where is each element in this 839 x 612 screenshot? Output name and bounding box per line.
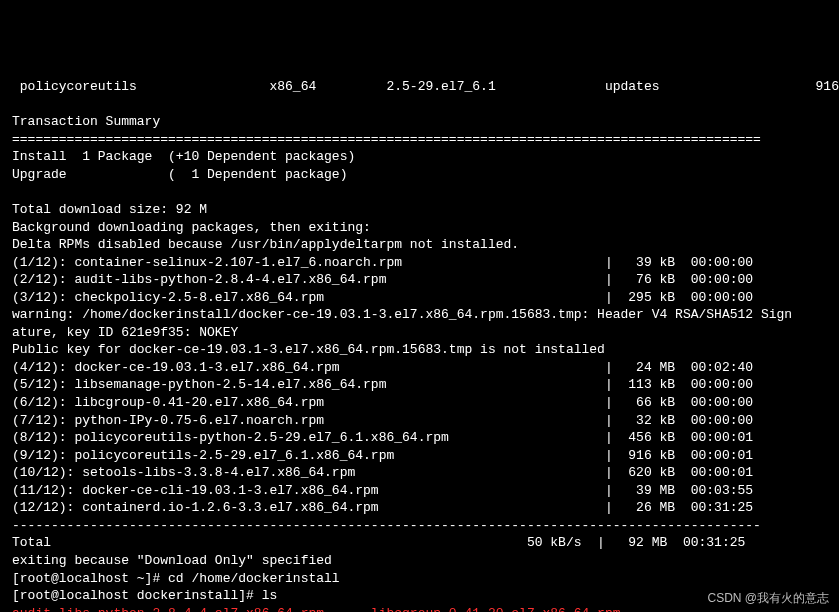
- watermark: CSDN @我有火的意志: [707, 590, 829, 606]
- terminal-output[interactable]: policycoreutils x86_64 2.5-29.el7_6.1 up…: [12, 78, 827, 612]
